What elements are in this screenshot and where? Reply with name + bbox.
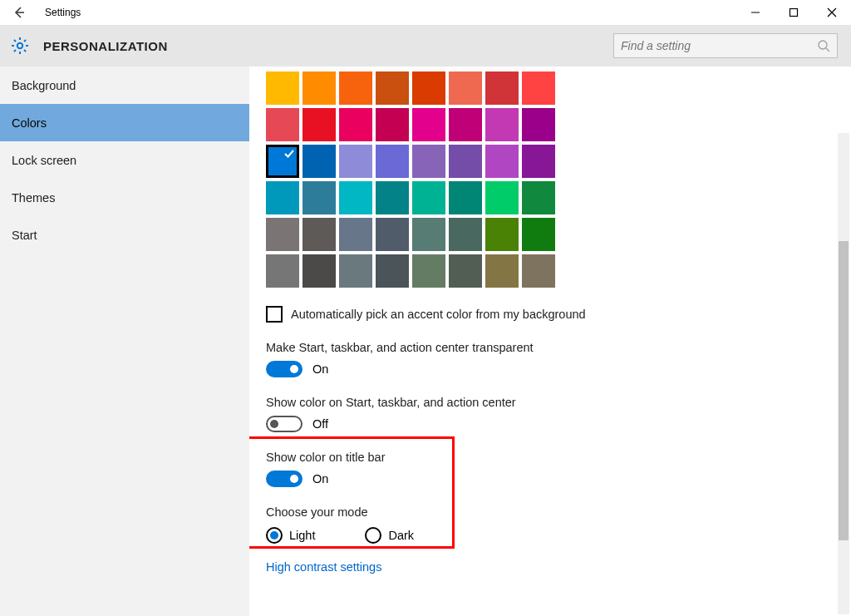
color-swatch[interactable] bbox=[412, 108, 445, 141]
color-swatch[interactable] bbox=[339, 71, 372, 105]
color-swatch[interactable] bbox=[449, 145, 482, 178]
color-swatch[interactable] bbox=[376, 108, 409, 141]
maximize-icon bbox=[789, 7, 799, 17]
color-swatch[interactable] bbox=[339, 254, 372, 288]
color-swatch[interactable] bbox=[266, 71, 299, 105]
scroll-thumb[interactable] bbox=[839, 241, 849, 540]
color-swatch[interactable] bbox=[412, 254, 445, 288]
show-color-titlebar-state: On bbox=[312, 472, 328, 485]
radio-icon bbox=[266, 527, 283, 544]
color-swatch[interactable] bbox=[266, 218, 299, 251]
color-swatch[interactable] bbox=[522, 145, 555, 178]
transparent-state: On bbox=[312, 362, 328, 376]
color-swatch[interactable] bbox=[339, 181, 372, 214]
auto-pick-accent-checkbox[interactable] bbox=[266, 306, 283, 323]
back-button[interactable] bbox=[0, 0, 38, 25]
color-swatch[interactable] bbox=[303, 254, 336, 288]
settings-gear-icon bbox=[8, 34, 32, 57]
high-contrast-link[interactable]: High contrast settings bbox=[266, 560, 381, 574]
minimize-button[interactable] bbox=[736, 0, 775, 25]
color-swatch[interactable] bbox=[266, 254, 299, 288]
page-title: PERSONALIZATION bbox=[43, 39, 168, 53]
close-icon bbox=[827, 7, 837, 17]
show-color-satac-toggle[interactable] bbox=[266, 416, 303, 432]
svg-line-6 bbox=[826, 48, 829, 52]
mode-light-option[interactable]: Light bbox=[266, 527, 315, 544]
svg-point-5 bbox=[819, 41, 827, 49]
color-swatch[interactable] bbox=[303, 108, 336, 141]
color-swatch[interactable] bbox=[339, 108, 372, 141]
window-title: Settings bbox=[45, 7, 81, 18]
svg-rect-1 bbox=[790, 9, 798, 17]
svg-point-4 bbox=[17, 43, 22, 48]
sidebar-item-colors[interactable]: Colors bbox=[0, 104, 249, 141]
mode-light-label: Light bbox=[289, 529, 315, 542]
sidebar-item-lock-screen[interactable]: Lock screen bbox=[0, 141, 249, 179]
color-swatch[interactable] bbox=[485, 218, 519, 251]
show-color-titlebar-label: Show color on title bar bbox=[266, 451, 851, 464]
sidebar: BackgroundColorsLock screenThemesStart bbox=[0, 67, 249, 616]
color-swatch[interactable] bbox=[412, 181, 445, 214]
vertical-scrollbar[interactable] bbox=[838, 133, 849, 614]
sidebar-item-background[interactable]: Background bbox=[0, 67, 249, 104]
transparent-label: Make Start, taskbar, and action center t… bbox=[266, 341, 851, 354]
mode-dark-label: Dark bbox=[388, 529, 414, 542]
search-input[interactable] bbox=[621, 39, 817, 52]
titlebar: Settings bbox=[0, 0, 851, 25]
color-swatch[interactable] bbox=[449, 181, 482, 214]
choose-mode-label: Choose your mode bbox=[266, 505, 851, 519]
content-area: Automatically pick an accent color from … bbox=[249, 67, 851, 616]
color-swatch[interactable] bbox=[449, 218, 482, 251]
color-swatch[interactable] bbox=[339, 145, 372, 178]
color-swatch[interactable] bbox=[449, 254, 482, 288]
color-swatch[interactable] bbox=[303, 145, 336, 178]
color-swatch[interactable] bbox=[339, 218, 372, 251]
color-swatch[interactable] bbox=[412, 218, 445, 251]
maximize-button[interactable] bbox=[775, 0, 813, 25]
color-swatch[interactable] bbox=[449, 108, 482, 141]
auto-pick-accent-label: Automatically pick an accent color from … bbox=[291, 308, 586, 321]
color-swatch[interactable] bbox=[485, 254, 519, 288]
color-swatch[interactable] bbox=[376, 145, 409, 178]
radio-icon bbox=[365, 527, 381, 544]
color-swatch[interactable] bbox=[303, 71, 336, 105]
show-color-satac-label: Show color on Start, taskbar, and action… bbox=[266, 396, 851, 409]
color-swatch[interactable] bbox=[485, 145, 519, 178]
checkmark-icon bbox=[283, 148, 295, 160]
color-swatch[interactable] bbox=[522, 181, 555, 214]
minimize-icon bbox=[750, 7, 760, 17]
color-swatch[interactable] bbox=[266, 145, 299, 178]
mode-dark-option[interactable]: Dark bbox=[365, 527, 414, 544]
color-swatch[interactable] bbox=[522, 71, 555, 105]
color-swatch[interactable] bbox=[522, 254, 555, 288]
search-box[interactable] bbox=[613, 33, 838, 58]
color-swatch[interactable] bbox=[266, 181, 299, 214]
color-swatch[interactable] bbox=[266, 108, 299, 141]
header-row: PERSONALIZATION bbox=[0, 25, 851, 67]
accent-color-grid bbox=[266, 71, 851, 288]
color-swatch[interactable] bbox=[303, 181, 336, 214]
color-swatch[interactable] bbox=[485, 181, 519, 214]
color-swatch[interactable] bbox=[303, 218, 336, 251]
color-swatch[interactable] bbox=[376, 71, 409, 105]
color-swatch[interactable] bbox=[376, 254, 409, 288]
color-swatch[interactable] bbox=[522, 218, 555, 251]
color-swatch[interactable] bbox=[485, 71, 519, 105]
color-swatch[interactable] bbox=[412, 145, 445, 178]
show-color-satac-state: Off bbox=[312, 417, 328, 431]
back-arrow-icon bbox=[12, 6, 26, 19]
sidebar-item-start[interactable]: Start bbox=[0, 216, 249, 254]
color-swatch[interactable] bbox=[376, 218, 409, 251]
transparent-toggle[interactable] bbox=[266, 361, 303, 377]
color-swatch[interactable] bbox=[376, 181, 409, 214]
color-swatch[interactable] bbox=[412, 71, 445, 105]
search-icon bbox=[817, 39, 830, 52]
color-swatch[interactable] bbox=[522, 108, 555, 141]
sidebar-item-themes[interactable]: Themes bbox=[0, 179, 249, 216]
close-button[interactable] bbox=[813, 0, 851, 25]
color-swatch[interactable] bbox=[485, 108, 519, 141]
window-controls bbox=[736, 0, 851, 25]
color-swatch[interactable] bbox=[449, 71, 482, 105]
show-color-titlebar-toggle[interactable] bbox=[266, 471, 303, 487]
